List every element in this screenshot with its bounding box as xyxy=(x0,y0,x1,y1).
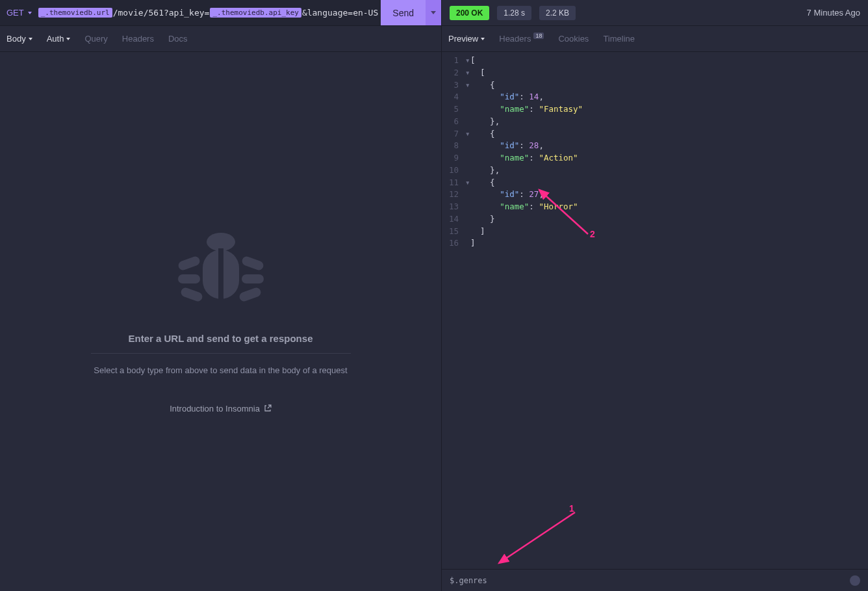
svg-rect-5 xyxy=(242,274,264,283)
url-segment: /movie/561?api_key= xyxy=(112,8,211,18)
code-line: 16 ] xyxy=(442,237,868,250)
tab-docs[interactable]: Docs xyxy=(168,34,188,44)
url-segment: &language=en-US xyxy=(301,8,379,18)
svg-rect-4 xyxy=(178,274,200,283)
response-code-viewer[interactable]: 1▾[2▾ [3▾ {4 "id": 14,5 "name": "Fantasy… xyxy=(442,52,868,569)
status-size-badge: 2.2 KB xyxy=(539,6,576,20)
external-link-icon xyxy=(264,404,272,412)
tab-preview[interactable]: Preview xyxy=(448,34,485,44)
empty-state: Enter a URL and send to get a response S… xyxy=(0,52,441,591)
intro-link[interactable]: Introduction to Insomnia xyxy=(170,404,272,414)
bug-icon xyxy=(175,230,266,315)
url-input[interactable]: _.themoviedb.url /movie/561?api_key= _.t… xyxy=(38,0,379,25)
tab-label: Body xyxy=(6,34,26,44)
filter-input[interactable]: $.genres xyxy=(450,576,487,585)
status-time-badge: 1.28 s xyxy=(497,6,531,20)
chevron-down-icon xyxy=(481,38,485,40)
code-line: 1▾[ xyxy=(442,55,868,67)
status-ago: 7 Minutes Ago xyxy=(807,8,860,18)
request-tabs: Body Auth Query Headers Docs xyxy=(0,26,441,52)
status-code-badge: 200 OK xyxy=(450,6,489,20)
send-dropdown-button[interactable] xyxy=(426,0,441,25)
url-bar: GET _.themoviedb.url /movie/561?api_key=… xyxy=(0,0,441,26)
response-tabs: Preview Headers18 Cookies Timeline xyxy=(442,26,868,52)
response-filter-bar[interactable]: $.genres xyxy=(442,569,868,591)
tab-label: Auth xyxy=(47,34,64,44)
response-status-bar: 200 OK 1.28 s 2.2 KB 7 Minutes Ago xyxy=(442,0,868,26)
code-line: 8 "id": 28, xyxy=(442,140,868,152)
http-method-label: GET xyxy=(6,8,24,18)
chevron-down-icon xyxy=(29,38,32,40)
tab-timeline[interactable]: Timeline xyxy=(603,34,635,44)
tab-response-headers[interactable]: Headers18 xyxy=(499,34,544,44)
code-line: 15 ] xyxy=(442,226,868,238)
tab-body[interactable]: Body xyxy=(6,34,32,44)
code-line: 13 "name": "Horror" xyxy=(442,201,868,213)
intro-link-label: Introduction to Insomnia xyxy=(170,404,260,414)
svg-rect-3 xyxy=(240,255,264,271)
env-chip-url[interactable]: _.themoviedb.url xyxy=(38,8,112,18)
code-line: 3▾ { xyxy=(442,79,868,92)
svg-rect-6 xyxy=(179,286,203,302)
tab-query[interactable]: Query xyxy=(84,34,107,44)
tab-cookies[interactable]: Cookies xyxy=(558,34,589,44)
headers-count-badge: 18 xyxy=(533,33,544,39)
code-line: 11▾ { xyxy=(442,177,868,189)
tab-label: Preview xyxy=(448,34,478,44)
tab-label: Headers xyxy=(499,34,531,44)
svg-rect-7 xyxy=(238,286,262,302)
chevron-down-icon xyxy=(431,11,436,14)
tab-auth[interactable]: Auth xyxy=(47,34,71,44)
svg-rect-8 xyxy=(218,248,223,300)
http-method-dropdown[interactable]: GET xyxy=(0,0,38,25)
send-button[interactable]: Send xyxy=(381,0,426,25)
code-line: 5 "name": "Fantasy" xyxy=(442,103,868,116)
empty-subtitle: Select a body type from above to send da… xyxy=(94,365,347,375)
code-line: 9 "name": "Action" xyxy=(442,152,868,164)
chevron-down-icon xyxy=(28,12,32,14)
svg-rect-2 xyxy=(177,255,201,271)
tab-headers[interactable]: Headers xyxy=(122,34,154,44)
code-line: 14 } xyxy=(442,213,868,226)
code-line: 10 }, xyxy=(442,164,868,177)
code-line: 12 "id": 27, xyxy=(442,189,868,201)
code-line: 4 "id": 14, xyxy=(442,91,868,103)
empty-title: Enter a URL and send to get a response xyxy=(129,333,313,344)
code-line: 2▾ [ xyxy=(442,67,868,79)
svg-point-0 xyxy=(207,233,235,251)
divider xyxy=(91,353,351,354)
env-chip-apikey[interactable]: _.themoviedb.api_key xyxy=(210,8,301,18)
filter-hint-icon[interactable] xyxy=(850,575,860,586)
code-line: 7▾ { xyxy=(442,128,868,140)
code-line: 6 }, xyxy=(442,116,868,128)
chevron-down-icon xyxy=(66,38,70,40)
